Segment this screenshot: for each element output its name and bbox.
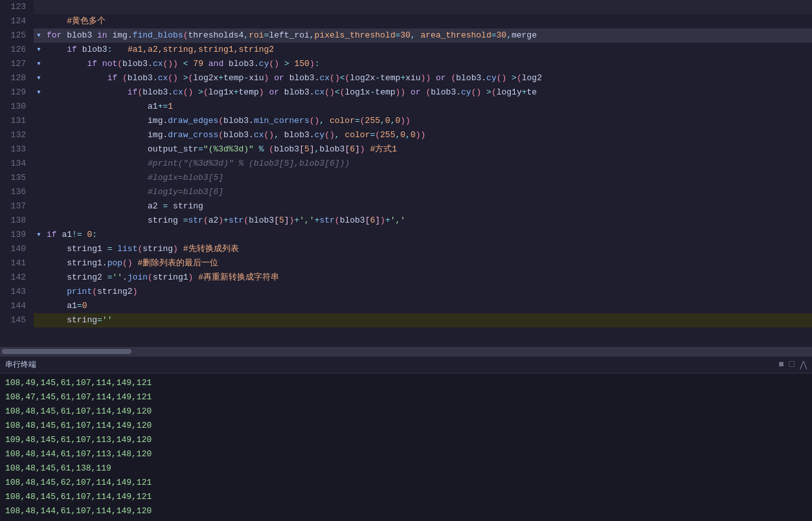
line-content: string2 =''.join(string1) #再重新转换成字符串 <box>44 271 812 285</box>
fold-arrow[interactable]: ▾ <box>34 28 44 43</box>
fold-arrow <box>34 185 44 199</box>
code-line: 134 #print("(%3d%3d)" % (blob3[5],blob3[… <box>0 157 812 171</box>
fold-arrow[interactable]: ▾ <box>34 57 44 71</box>
terminal-line: 109,48,145,61,107,113,149,120 <box>5 433 807 447</box>
line-number: 140 <box>0 242 34 256</box>
terminal-line: 108,49,145,61,107,114,149,121 <box>5 376 807 390</box>
code-line: 131 img.draw_edges(blob3.min_corners(), … <box>0 114 812 128</box>
line-content: output_str="(%3d%3d)" % (blob3[5],blob3[… <box>44 142 812 157</box>
fold-arrow <box>34 157 44 171</box>
fold-arrow[interactable]: ▾ <box>34 43 44 57</box>
line-number: 131 <box>0 114 34 128</box>
code-line: 145 string='' <box>0 313 812 327</box>
terminal-title: 串行终端 <box>5 359 36 370</box>
line-number: 139 <box>0 228 34 242</box>
terminal-line: 108,48,145,62,107,114,149,121 <box>5 476 807 490</box>
scrollbar-thumb[interactable] <box>2 349 131 354</box>
line-content: if(blob3.cx() >(log1x+temp) or blob3.cx(… <box>44 85 812 100</box>
code-line: 133 output_str="(%3d%3d)" % (blob3[5],bl… <box>0 142 812 157</box>
line-number: 137 <box>0 199 34 214</box>
line-content: img.draw_cross(blob3.cx(), blob3.cy(), c… <box>44 128 812 142</box>
line-content: if a1!= 0: <box>44 228 812 242</box>
fold-arrow <box>34 214 44 228</box>
line-content: if blob3: #a1,a2,string,string1,string2 <box>44 43 812 57</box>
terminal-collapse-button[interactable]: ⋀ <box>800 359 807 370</box>
fold-arrow <box>34 171 44 185</box>
line-number: 130 <box>0 100 34 114</box>
line-content <box>44 0 812 14</box>
fold-arrow <box>34 242 44 256</box>
line-number: 134 <box>0 157 34 171</box>
line-content: img.draw_edges(blob3.min_corners(), colo… <box>44 114 812 128</box>
fold-arrow <box>34 285 44 299</box>
terminal-line: 108,48,145,61,107,114,149,120 <box>5 405 807 419</box>
line-content: string1 = list(string) #先转换成列表 <box>44 242 812 256</box>
code-line: 126▾ if blob3: #a1,a2,string,string1,str… <box>0 43 812 57</box>
fold-arrow <box>34 114 44 128</box>
fold-arrow <box>34 313 44 327</box>
line-content: if (blob3.cx() >(log2x+temp-xiu) or blob… <box>44 71 812 85</box>
code-line: 138 string =str(a2)+str(blob3[5])+','+st… <box>0 214 812 228</box>
code-line: 135 #log1x=blob3[5] <box>0 171 812 185</box>
terminal-line: 108,47,145,61,107,114,149,121 <box>5 390 807 405</box>
terminal-line: 108,48,144,61,107,114,149,120 <box>5 504 807 518</box>
editor-container: 123124 #黄色多个125▾for blob3 in img.find_bl… <box>0 0 812 521</box>
line-number: 142 <box>0 271 34 285</box>
line-content: #log1y=blob3[6] <box>44 185 812 199</box>
terminal-line: 108,48,145,61,138,119 <box>5 461 807 476</box>
line-content: string =str(a2)+str(blob3[5])+','+str(bl… <box>44 214 812 228</box>
fold-arrow <box>34 128 44 142</box>
line-number: 127 <box>0 57 34 71</box>
line-number: 141 <box>0 256 34 271</box>
code-line: 129▾ if(blob3.cx() >(log1x+temp) or blob… <box>0 85 812 100</box>
code-line: 141 string1.pop() #删除列表的最后一位 <box>0 256 812 271</box>
line-number: 126 <box>0 43 34 57</box>
line-content: a2 = string <box>44 199 812 214</box>
line-content: for blob3 in img.find_blobs(thresholds4,… <box>44 28 812 43</box>
code-line: 140 string1 = list(string) #先转换成列表 <box>0 242 812 256</box>
line-number: 129 <box>0 85 34 100</box>
line-content: print(string2) <box>44 285 812 299</box>
line-content: #黄色多个 <box>44 14 812 28</box>
line-number: 143 <box>0 285 34 299</box>
line-number: 136 <box>0 185 34 199</box>
terminal-output: 108,49,145,61,107,114,149,121108,47,145,… <box>0 373 812 521</box>
terminal-line: 108,47,145,61,107,114,149,121 <box>5 518 807 521</box>
line-number: 124 <box>0 14 34 28</box>
code-line: 132 img.draw_cross(blob3.cx(), blob3.cy(… <box>0 128 812 142</box>
line-content: a1+=1 <box>44 100 812 114</box>
code-line: 139▾if a1!= 0: <box>0 228 812 242</box>
line-content: string1.pop() #删除列表的最后一位 <box>44 256 812 271</box>
fold-arrow <box>34 199 44 214</box>
fold-arrow <box>34 256 44 271</box>
fold-arrow <box>34 271 44 285</box>
line-number: 125 <box>0 28 34 43</box>
fold-arrow[interactable]: ▾ <box>34 85 44 100</box>
code-line: 124 #黄色多个 <box>0 14 812 28</box>
code-scroll[interactable]: 123124 #黄色多个125▾for blob3 in img.find_bl… <box>0 0 812 347</box>
line-content: a1=0 <box>44 299 812 313</box>
code-line: 143 print(string2) <box>0 285 812 299</box>
fold-arrow <box>34 14 44 28</box>
code-line: 125▾for blob3 in img.find_blobs(threshol… <box>0 28 812 43</box>
code-line: 144 a1=0 <box>0 299 812 313</box>
line-number: 132 <box>0 128 34 142</box>
fold-arrow <box>34 100 44 114</box>
terminal-line: 108,48,144,61,107,113,148,120 <box>5 447 807 461</box>
line-content: if not(blob3.cx()) < 79 and blob3.cy() >… <box>44 57 812 71</box>
line-number: 123 <box>0 0 34 14</box>
horizontal-scrollbar[interactable] <box>0 347 812 356</box>
code-line: 142 string2 =''.join(string1) #再重新转换成字符串 <box>0 271 812 285</box>
line-number: 138 <box>0 214 34 228</box>
terminal-line: 108,48,145,61,107,114,149,120 <box>5 419 807 433</box>
line-number: 133 <box>0 142 34 157</box>
fold-arrow <box>34 299 44 313</box>
terminal-icon-1[interactable]: ■ <box>778 359 784 370</box>
line-number: 145 <box>0 313 34 327</box>
code-line: 136 #log1y=blob3[6] <box>0 185 812 199</box>
code-line: 137 a2 = string <box>0 199 812 214</box>
fold-arrow[interactable]: ▾ <box>34 228 44 242</box>
line-content: string='' <box>44 313 812 327</box>
terminal-icon-2[interactable]: □ <box>789 359 795 370</box>
fold-arrow[interactable]: ▾ <box>34 71 44 85</box>
